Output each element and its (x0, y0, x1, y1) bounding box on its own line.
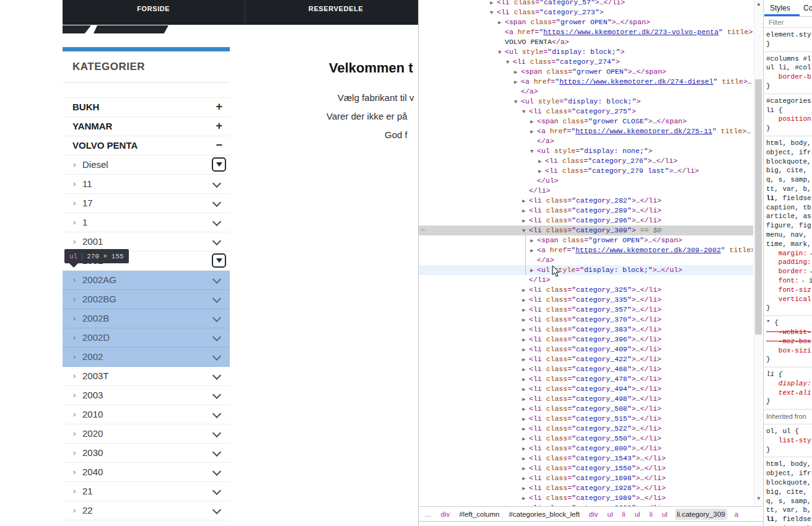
elements-scrollbar[interactable]: ▲ ▼ (754, 0, 762, 506)
devtools-tree-line[interactable]: ▼<ul style="display: block;"> (419, 47, 753, 57)
expander-closed-icon[interactable]: ▶ (530, 236, 537, 246)
crumb-li.category_309[interactable]: li.category_309 (675, 509, 727, 520)
expander-closed-icon[interactable]: ▶ (498, 18, 505, 28)
expander-open-icon[interactable]: ▼ (522, 107, 529, 117)
expander-closed-icon[interactable]: ▶ (522, 286, 529, 296)
sidebar-item-2040[interactable]: ›2040 (63, 463, 230, 482)
devtools-tree-line[interactable]: </a> (419, 255, 753, 265)
sidebar-item-2002d[interactable]: ›2002D (63, 328, 230, 348)
expander-closed-icon[interactable]: ▶ (522, 296, 529, 305)
devtools-tree-line[interactable]: ▶<li class="category_508">…</li> (419, 404, 753, 414)
devtools-tree-line[interactable]: ▶<span class="grower CLOSE">…</span> (419, 116, 753, 126)
style-rule[interactable]: ol, ul { list-sty} (764, 424, 812, 457)
devtools-tree-line[interactable]: </ul> (419, 176, 753, 186)
scroll-down-icon[interactable]: ▼ (754, 496, 763, 501)
devtools-tree-line[interactable]: ▼<ul style="display: none;"> (419, 146, 753, 156)
sidebar-item-2002ag[interactable]: ›2002AG (63, 271, 230, 290)
devtools-tree-line[interactable]: </a> (419, 87, 753, 97)
crumb-ul[interactable]: ul (660, 509, 670, 520)
expander-closed-icon[interactable]: ▶ (522, 206, 529, 216)
expander-closed-icon[interactable]: ▶ (522, 405, 529, 414)
sidebar-item-2030[interactable]: ›2030 (63, 444, 230, 463)
devtools-tree-line[interactable]: ▶<li class="category_1698">…</li> (419, 473, 753, 483)
console-drawer-edge[interactable]: ConsoleWhat's New (419, 521, 763, 526)
sidebar-item-yanmar[interactable]: YANMAR+ (63, 117, 230, 136)
styles-filter-input[interactable]: Filter (764, 17, 812, 28)
crumb-div[interactable]: div (587, 509, 600, 520)
sidebar-item-2003t[interactable]: ›2003T (63, 367, 230, 386)
devtools-tree-line[interactable]: ▶<li class="category_522">…</li> (419, 424, 753, 434)
open-box-icon[interactable] (212, 253, 226, 268)
crumb-ul[interactable]: ul (606, 509, 615, 520)
devtools-tree-line[interactable]: ▶<li class="category_276">…</li> (419, 156, 753, 166)
crumb-li[interactable]: li (648, 509, 655, 520)
expander-closed-icon[interactable]: ▶ (522, 305, 529, 315)
inherited-from-header[interactable]: Inherited fron (764, 410, 812, 424)
expander-open-icon[interactable]: ▼ (514, 97, 521, 107)
style-rule[interactable]: #columns #lul li, #col border-b} (764, 52, 812, 94)
chevron-down-icon[interactable] (212, 333, 221, 341)
expander-closed-icon[interactable]: ▶ (538, 157, 545, 167)
expander-closed-icon[interactable]: ▶ (522, 464, 529, 474)
style-rule[interactable]: #categoriesli { position} (764, 94, 812, 136)
breadcrumb-segment[interactable] (63, 25, 91, 33)
devtools-tree-line[interactable]: ▶<li class="category_494">…</li> (419, 384, 753, 394)
chevron-down-icon[interactable] (212, 313, 221, 322)
devtools-tree-line[interactable]: ▶<li class="category_468">…</li> (419, 364, 753, 374)
crumb-ul[interactable]: ul (633, 509, 642, 520)
sidebar-item-2010[interactable]: ›2010 (63, 405, 230, 424)
chevron-down-icon[interactable] (212, 429, 221, 437)
expander-closed-icon[interactable]: ▶ (522, 315, 529, 325)
chevron-down-icon[interactable] (212, 448, 221, 457)
devtools-tree-line[interactable]: ▼<ul style="display: block;"> (419, 97, 753, 107)
devtools-tree-line[interactable]: ▶<li class="category_335">…</li> (419, 295, 753, 305)
sidebar-item-22[interactable]: ›22 (63, 501, 230, 520)
expander-closed-icon[interactable]: ▶ (514, 68, 521, 77)
expander-closed-icon[interactable]: ▶ (522, 325, 529, 335)
devtools-tree-line[interactable]: ▶<li class="category_409">…</li> (419, 344, 753, 354)
expander-closed-icon[interactable]: ▶ (522, 375, 529, 385)
devtools-tree-line[interactable]: ▶<li class="category_1543">…</li> (419, 454, 753, 463)
devtools-tree-line[interactable]: ▶<ul style="display: block;">…</ul> (419, 265, 753, 275)
devtools-tree-line[interactable]: ▶<span class="grower OPEN">…</span> (419, 235, 753, 245)
style-rule[interactable]: element.sty} (764, 28, 812, 52)
expander-closed-icon[interactable]: ▶ (530, 266, 537, 276)
expander-closed-icon[interactable]: ▶ (530, 127, 537, 137)
open-box-icon[interactable] (212, 157, 226, 172)
expander-open-icon[interactable]: ▼ (530, 147, 537, 157)
sidebar-item-17[interactable]: ›17 (63, 194, 230, 213)
expander-closed-icon[interactable]: ▶ (522, 385, 529, 395)
expander-closed-icon[interactable]: ▶ (522, 494, 529, 504)
devtools-tree-line[interactable]: ▶<li class="category_1928">…</li> (419, 483, 753, 493)
crumb-div[interactable]: div (439, 509, 452, 520)
crumb-[interactable]: … (422, 509, 434, 520)
devtools-tree-line[interactable]: ▶<a href="https://www.kkemotorer.dk/309-… (419, 245, 753, 255)
devtools-tree-line[interactable]: ▶<a href="https://www.kkemotorer.dk/275-… (419, 126, 753, 136)
devtools-tree-line[interactable]: ▶<li class="category_800">…</li> (419, 444, 753, 454)
chevron-down-icon[interactable] (212, 294, 221, 303)
chevron-down-icon[interactable] (212, 371, 221, 380)
devtools-tree-line[interactable]: ▶<li class="category_279 last">…</li> (419, 166, 753, 176)
tab-styles[interactable]: Styles (770, 4, 790, 12)
expander-closed-icon[interactable]: ▶ (522, 216, 529, 226)
expander-closed-icon[interactable]: ▶ (522, 355, 529, 365)
chevron-down-icon[interactable] (212, 179, 221, 188)
style-rule[interactable]: html, body,object, ifrblockquote,big, ci… (764, 457, 812, 526)
line-menu-icon[interactable]: ⋯ (421, 226, 424, 235)
chevron-down-icon[interactable] (212, 237, 221, 245)
expander-open-icon[interactable]: ▼ (490, 8, 497, 18)
minus-icon[interactable]: − (216, 139, 222, 152)
devtools-tree-line[interactable]: ▶<li class="category_57">…</li> (419, 0, 753, 7)
nav-item-forside[interactable]: FORSIDE (63, 0, 245, 25)
devtools-tree-line[interactable]: <a href="https://www.kkemotorer.dk/273-v… (419, 27, 753, 37)
devtools-tree-line[interactable]: ▶<li class="category_383">…</li> (419, 325, 753, 335)
devtools-tree-line[interactable]: ▶<li class="category_498">…</li> (419, 394, 753, 404)
sidebar-item-21[interactable]: ›21 (63, 482, 230, 501)
chevron-down-icon[interactable] (212, 410, 221, 418)
expander-closed-icon[interactable]: ▶ (522, 395, 529, 405)
expander-closed-icon[interactable]: ▶ (522, 345, 529, 355)
devtools-tree-line[interactable]: ▼<li class="category_275"> (419, 107, 753, 116)
expander-open-icon[interactable]: ▼ (522, 226, 529, 236)
sidebar-item-1[interactable]: ›1 (63, 213, 230, 232)
devtools-tree-line[interactable]: ▶<span class="grower OPEN">…</span> (419, 67, 753, 77)
